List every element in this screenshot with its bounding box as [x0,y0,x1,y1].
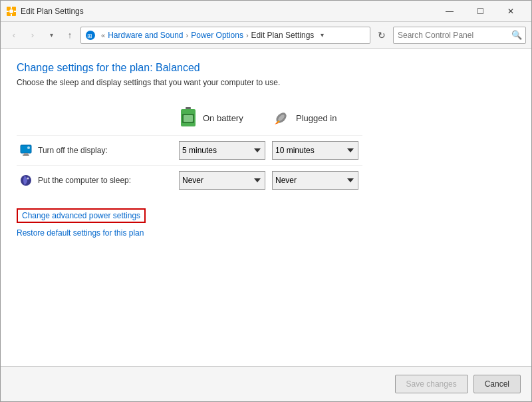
address-bar: ‹ › ▾ ↑ ⊞ « Hardware and Sound › Power O… [1,22,531,49]
sleep-pluggedin-dropdown[interactable]: 1 minute 5 minutes 10 minutes 15 minutes… [272,171,358,190]
advanced-power-link[interactable]: Change advanced power settings [17,208,146,223]
svg-rect-17 [24,153,28,154]
svg-rect-4 [7,11,9,12]
title-bar: Edit Plan Settings — ☐ ✕ [1,1,531,22]
links-section: Change advanced power settings Restore d… [17,208,515,238]
footer-bar: Save changes Cancel [1,367,531,401]
breadcrumb-current: Edit Plan Settings [251,31,315,40]
main-content: Change settings for the plan: Balanced C… [1,49,531,401]
content-area: Change settings for the plan: Balanced C… [1,49,531,366]
search-input[interactable] [394,31,508,40]
page-subtext: Choose the sleep and display settings th… [17,78,515,87]
pluggedin-icon [272,108,291,127]
sleep-battery-dropdown[interactable]: 1 minute 5 minutes 10 minutes 15 minutes… [179,171,265,190]
pluggedin-header-label: Plugged in [296,113,336,123]
display-icon [19,144,33,157]
battery-header-label: On battery [203,113,243,123]
sleep-label: Put the computer to sleep: [38,176,131,185]
svg-point-19 [27,146,30,149]
up-button[interactable]: ↑ [62,27,78,43]
svg-rect-18 [23,154,29,156]
display-row-label: Turn off the display: [17,135,176,165]
minimize-button[interactable]: — [434,1,465,22]
window-title: Edit Plan Settings [21,7,84,16]
sleep-pluggedin-cell: 1 minute 5 minutes 10 minutes 15 minutes… [269,165,362,195]
battery-icon [179,108,198,127]
breadcrumb-hardware[interactable]: Hardware and Sound [108,31,183,40]
recent-pages-button[interactable]: ▾ [43,27,59,43]
settings-grid: On battery Plugged in [17,103,515,195]
title-bar-controls: — ☐ ✕ [434,1,526,22]
battery-header: On battery [176,103,269,135]
main-window: Edit Plan Settings — ☐ ✕ ‹ › ▾ ↑ ⊞ « Har… [0,0,532,402]
close-button[interactable]: ✕ [495,1,526,22]
search-button[interactable]: 🔍 [508,27,525,44]
svg-point-21 [27,178,29,180]
back-button[interactable]: ‹ [6,27,22,43]
save-button[interactable]: Save changes [395,375,468,393]
breadcrumb-power-options[interactable]: Power Options [191,31,243,40]
display-battery-dropdown[interactable]: 1 minute 2 minutes 3 minutes 5 minutes 1… [179,141,265,160]
display-label: Turn off the display: [38,146,108,155]
search-box: 🔍 [393,27,526,44]
breadcrumb-sep-3: › [246,31,249,39]
grid-header-empty [17,103,176,135]
breadcrumb-sep-1: « [101,31,105,39]
restore-defaults-link[interactable]: Restore default settings for this plan [17,228,515,238]
refresh-button[interactable]: ↻ [373,27,390,44]
svg-rect-11 [184,115,193,122]
svg-rect-5 [14,11,16,12]
window-icon [6,6,17,17]
svg-rect-16 [21,145,31,153]
sleep-icon [19,174,33,187]
restore-button[interactable]: ☐ [465,1,495,22]
breadcrumb-dropdown-button[interactable]: ▾ [315,27,329,44]
display-battery-cell: 1 minute 2 minutes 3 minutes 5 minutes 1… [176,135,269,165]
svg-rect-2 [11,7,12,9]
svg-point-1 [9,9,13,13]
breadcrumb-bar: ⊞ « Hardware and Sound › Power Options ›… [80,27,370,44]
sleep-battery-cell: 1 minute 5 minutes 10 minutes 15 minutes… [176,165,269,195]
display-pluggedin-cell: 1 minute 2 minutes 3 minutes 5 minutes 1… [269,135,362,165]
breadcrumb-sep-2: › [186,31,189,39]
forward-button[interactable]: › [25,27,41,43]
display-pluggedin-dropdown[interactable]: 1 minute 2 minutes 3 minutes 5 minutes 1… [272,141,358,160]
title-bar-left: Edit Plan Settings [6,6,84,17]
svg-text:⊞: ⊞ [87,33,92,39]
pluggedin-header: Plugged in [269,103,362,135]
breadcrumb-home-icon: ⊞ [85,30,96,41]
page-heading: Change settings for the plan: Balanced [17,62,515,74]
svg-rect-3 [11,14,12,16]
svg-rect-8 [186,107,191,109]
cancel-button[interactable]: Cancel [473,375,521,393]
sleep-row-label: Put the computer to sleep: [17,165,176,195]
